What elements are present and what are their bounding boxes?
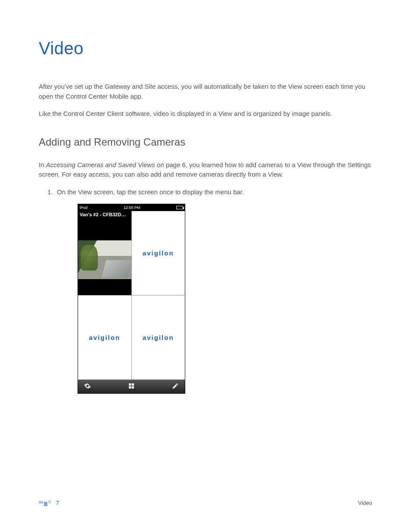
- intro-paragraph-2: Like the Control Center Client software,…: [39, 109, 372, 119]
- brand-placeholder: avigilon: [143, 249, 174, 257]
- camera-panel-1[interactable]: Van's #2 - CFB32D…: [78, 211, 131, 295]
- page-number: 7: [56, 500, 59, 506]
- footer-section-label: Video: [358, 500, 372, 506]
- camera-thumbnail: [78, 240, 131, 279]
- status-device: iPod: [80, 205, 87, 210]
- bottom-toolbar: [78, 380, 185, 393]
- brand-placeholder: avigilon: [89, 334, 120, 341]
- page-footer: 7 Video: [39, 500, 372, 506]
- gear-icon[interactable]: [84, 383, 91, 391]
- text-fragment: In: [39, 161, 46, 168]
- camera-panel-empty[interactable]: avigilon: [78, 296, 131, 380]
- brand-placeholder: avigilon: [143, 334, 174, 341]
- step-text: On the View screen, tap the screen once …: [57, 188, 244, 196]
- footer-logo-icon: [39, 500, 52, 506]
- camera-grid: Van's #2 - CFB32D… avigilon avigilon avi…: [78, 211, 185, 380]
- camera-panel-empty[interactable]: avigilon: [132, 296, 185, 380]
- status-bar: iPod 12:58 PM: [78, 204, 185, 211]
- section-paragraph: In Accessing Cameras and Saved Views on …: [39, 160, 372, 180]
- list-item: 1.On the View screen, tap the screen onc…: [57, 187, 372, 197]
- cross-reference: Accessing Cameras and Saved Views: [46, 161, 155, 168]
- camera-label: Van's #2 - CFB32D…: [78, 211, 131, 218]
- grid-icon[interactable]: [128, 383, 135, 391]
- battery-icon: [176, 206, 183, 209]
- page-title: Video: [39, 39, 372, 58]
- section-heading: Adding and Removing Cameras: [39, 136, 372, 148]
- screenshot-phone-mock: iPod 12:58 PM Van's #2 - CFB32D… avigilo…: [78, 204, 185, 394]
- pencil-icon[interactable]: [172, 383, 179, 391]
- step-number: 1.: [47, 187, 57, 197]
- intro-paragraph-1: After you've set up the Gateway and Site…: [39, 82, 372, 101]
- camera-panel-empty[interactable]: avigilon: [132, 211, 185, 295]
- status-time: 12:58 PM: [124, 205, 140, 210]
